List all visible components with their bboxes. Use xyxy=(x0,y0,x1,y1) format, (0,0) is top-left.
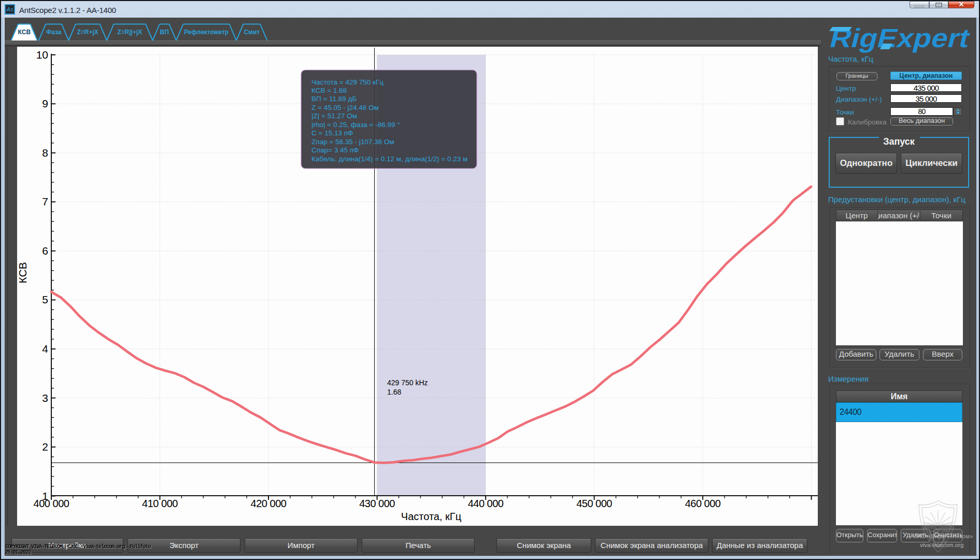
svg-text:Фаза: Фаза xyxy=(46,29,62,36)
svg-text:9: 9 xyxy=(42,97,48,109)
svg-text:|rho| = 0.25, фаза = -86.99 °: |rho| = 0.25, фаза = -86.99 ° xyxy=(311,121,400,129)
svg-text:КСВ = 1.68: КСВ = 1.68 xyxy=(311,87,347,94)
svg-text:Z = 45.05 - j24.48 Ом: Z = 45.05 - j24.48 Ом xyxy=(311,104,379,111)
svg-text:7: 7 xyxy=(42,195,48,207)
svg-text:450 000: 450 000 xyxy=(576,498,612,509)
svg-text:410 000: 410 000 xyxy=(142,498,178,509)
svg-text:ВП: ВП xyxy=(160,29,169,36)
svg-text:Спар= 3.45 пФ: Спар= 3.45 пФ xyxy=(311,146,359,154)
svg-text:5: 5 xyxy=(42,293,48,305)
svg-text:Частота = 429 750 кГц: Частота = 429 750 кГц xyxy=(311,78,384,86)
svg-text:Частота, кГц: Частота, кГц xyxy=(401,511,461,522)
svg-text:Кабель: длина(1/4) = 0.12 м, д: Кабель: длина(1/4) = 0.12 м, длина(1/2) … xyxy=(311,155,467,163)
svg-text:460 000: 460 000 xyxy=(685,498,721,509)
svg-text:429 750 kHz: 429 750 kHz xyxy=(387,379,428,387)
svg-text:|Z| = 51.27 Ом: |Z| = 51.27 Ом xyxy=(311,112,357,120)
svg-text:C = 15.13 пФ: C = 15.13 пФ xyxy=(311,129,353,137)
svg-text:1.68: 1.68 xyxy=(387,388,401,396)
svg-text:420 000: 420 000 xyxy=(251,498,287,509)
svg-text:КСВ: КСВ xyxy=(18,29,31,36)
svg-text:ВП = 11.89 дБ: ВП = 11.89 дБ xyxy=(311,95,357,103)
svg-text:3: 3 xyxy=(42,392,48,404)
svg-text:6: 6 xyxy=(42,245,48,257)
svg-text:Z=R||+jX: Z=R||+jX xyxy=(117,29,142,36)
svg-text:Zпар = 58.35 - j107.38 Ом: Zпар = 58.35 - j107.38 Ом xyxy=(311,138,394,146)
svg-text:Рефлектометр: Рефлектометр xyxy=(184,29,229,36)
svg-text:440 000: 440 000 xyxy=(468,498,504,509)
svg-text:4: 4 xyxy=(42,343,48,355)
svg-text:Z=R+jX: Z=R+jX xyxy=(77,29,98,36)
svg-text:2: 2 xyxy=(42,441,48,453)
svg-text:400 000: 400 000 xyxy=(34,498,69,509)
svg-text:430 000: 430 000 xyxy=(359,498,395,509)
svg-text:КСВ: КСВ xyxy=(17,262,29,283)
svg-text:10: 10 xyxy=(36,49,48,61)
svg-text:8: 8 xyxy=(42,147,48,159)
svg-text:Смит: Смит xyxy=(244,29,260,36)
